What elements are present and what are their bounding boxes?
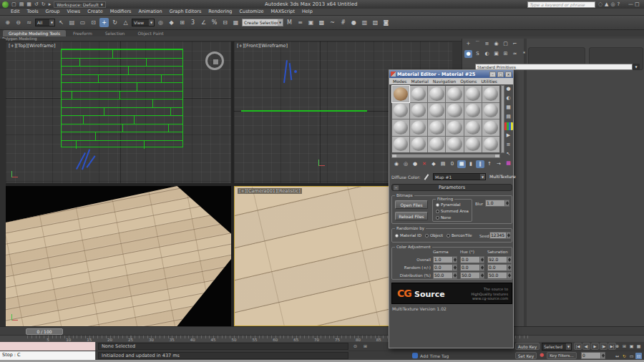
mat-menu-material[interactable]: Material: [409, 79, 430, 84]
distribution-hue-spinner[interactable]: 50.0: [460, 272, 484, 279]
ribbon-tab-graphite-modeling-tools[interactable]: Graphite Modeling Tools: [3, 30, 66, 36]
sample-slot[interactable]: [428, 137, 445, 153]
ribbon-tab-freeform[interactable]: Freeform: [67, 30, 98, 36]
layer-manager-icon[interactable]: ▣: [306, 18, 316, 27]
hierarchy-tab-icon[interactable]: ≡: [483, 40, 491, 48]
select-by-material-icon[interactable]: ↖: [504, 150, 513, 158]
save-file-icon[interactable]: ▦: [26, 1, 32, 8]
show-end-result-icon[interactable]: ▮: [467, 160, 475, 168]
viewport-perspective[interactable]: [6, 186, 231, 326]
randomize-object-radio[interactable]: Object: [425, 233, 443, 238]
undo-icon[interactable]: ↺: [34, 1, 39, 8]
bind-to-space-warp-icon[interactable]: ≈: [24, 18, 34, 27]
ribbon-toggle-icon[interactable]: ▩: [317, 18, 326, 27]
auto-key-button[interactable]: Auto Key: [515, 343, 540, 350]
backlight-icon[interactable]: ◐: [504, 94, 513, 102]
sample-slot[interactable]: [464, 103, 482, 119]
sample-slot[interactable]: [410, 137, 427, 153]
select-and-move-icon[interactable]: +: [99, 18, 109, 27]
sample-type-icon[interactable]: ●: [504, 85, 513, 93]
schematic-view-icon[interactable]: #: [338, 18, 348, 27]
select-and-scale-icon[interactable]: △: [121, 18, 130, 27]
motion-tab-icon[interactable]: ◉: [492, 40, 500, 48]
sample-slot[interactable]: [428, 86, 445, 102]
show-background-icon[interactable]: ‖: [476, 160, 484, 168]
filtering-none-radio[interactable]: None: [436, 215, 469, 220]
sample-slot[interactable]: [392, 103, 409, 119]
sample-slot[interactable]: [410, 119, 427, 136]
go-to-parent-icon[interactable]: ↑: [485, 160, 494, 168]
rectangular-selection-icon[interactable]: ▭: [78, 18, 87, 27]
restore-button[interactable]: □: [635, 1, 640, 8]
sample-slot[interactable]: [464, 119, 482, 136]
pan-icon[interactable]: ↔: [614, 353, 620, 359]
sample-slot[interactable]: [464, 137, 482, 153]
previous-frame-button[interactable]: ◀|: [582, 343, 590, 350]
dialog-minimize-button[interactable]: –: [489, 72, 496, 77]
align-icon[interactable]: ≡: [296, 18, 305, 27]
overall-gamma-spinner[interactable]: 1.0: [433, 256, 457, 263]
distribution-saturation-spinner[interactable]: 50.0: [487, 272, 512, 279]
select-object-icon[interactable]: ↖: [57, 18, 66, 27]
render-production-icon[interactable]: ◙: [381, 18, 391, 27]
mat-menu-navigation[interactable]: Navigation: [431, 79, 458, 84]
map-name-dropdown[interactable]: Map #1 ▼: [433, 173, 486, 180]
mat-menu-modes[interactable]: Modes: [391, 79, 409, 84]
macro-recorder-panel[interactable]: [0, 342, 96, 351]
sample-slot[interactable]: [446, 119, 463, 136]
map-type-button[interactable]: MultiTexture: [489, 173, 514, 180]
menu-animation[interactable]: Animation: [135, 9, 166, 15]
modify-tab-icon[interactable]: ⌒: [474, 40, 482, 48]
absolute-mode-icon[interactable]: ⊞: [364, 343, 367, 348]
ribbon-tab-selection[interactable]: Selection: [99, 30, 131, 36]
sample-tiling-icon[interactable]: ▤: [504, 113, 513, 121]
sample-slot[interactable]: [392, 119, 409, 136]
select-by-name-icon[interactable]: ▤: [67, 18, 77, 27]
app-logo-icon[interactable]: [2, 1, 9, 8]
create-tab-icon[interactable]: +: [464, 40, 472, 48]
cameras-icon[interactable]: ▣: [492, 50, 500, 58]
project-folder-icon[interactable]: ▸: [48, 1, 52, 8]
menu-views[interactable]: Views: [63, 9, 84, 15]
select-and-manipulate-icon[interactable]: ◆: [167, 18, 176, 27]
sample-slot[interactable]: [428, 103, 445, 119]
rendered-frame-window-icon[interactable]: ▧: [371, 18, 380, 27]
overall-saturation-spinner[interactable]: 92.0: [487, 256, 512, 263]
chevron-down-icon[interactable]: ▼: [633, 64, 640, 70]
selection-lock-icon[interactable]: ⊙: [353, 343, 357, 348]
menu-modifiers[interactable]: Modifiers: [107, 9, 135, 15]
selection-filter-dropdown[interactable]: All▼: [35, 19, 55, 26]
space-warps-icon[interactable]: ≈: [511, 50, 519, 58]
sample-slot[interactable]: [410, 86, 427, 102]
use-pivot-point-icon[interactable]: ◎: [156, 18, 165, 27]
play-button[interactable]: ▶: [591, 343, 599, 350]
material-editor-titlebar[interactable]: Material Editor - Material #25 – □ ✕: [389, 70, 513, 78]
slots-horizontal-scrollbar[interactable]: [391, 154, 500, 158]
mat-menu-options[interactable]: Options: [458, 79, 479, 84]
new-scene-icon[interactable]: ▢: [11, 1, 17, 8]
material-id-channel-icon[interactable]: 0: [448, 160, 457, 168]
mat-menu-utilities[interactable]: Utilities: [479, 79, 499, 84]
search-icon[interactable]: ◌: [598, 1, 602, 8]
frame-number-spinner[interactable]: 0: [581, 352, 605, 359]
set-key-button[interactable]: Set Key: [515, 352, 537, 359]
random-saturation-spinner[interactable]: 0.0: [487, 264, 512, 271]
menu-tools[interactable]: Tools: [24, 9, 42, 15]
dialog-close-button[interactable]: ✕: [505, 72, 512, 77]
add-time-tag[interactable]: Add Time Tag: [412, 353, 449, 358]
go-to-start-button[interactable]: |◀: [574, 343, 582, 350]
ribbon-tab-object-paint[interactable]: Object Paint: [132, 30, 169, 36]
dialog-maximize-button[interactable]: □: [497, 72, 504, 77]
shapes-icon[interactable]: S: [474, 50, 482, 58]
viewport-camera-label[interactable]: [+][Camera001][Realistic]: [238, 188, 302, 194]
helpers-icon[interactable]: ⊞: [502, 50, 509, 58]
sample-slot[interactable]: [392, 137, 409, 153]
lights-icon[interactable]: ◐: [483, 50, 491, 58]
sample-slot[interactable]: [410, 103, 427, 119]
material-editor-icon[interactable]: ●: [349, 18, 358, 27]
open-file-icon[interactable]: ▤: [19, 1, 25, 8]
show-map-in-viewport-icon[interactable]: ▦: [457, 160, 466, 168]
sample-slot[interactable]: [482, 137, 499, 153]
communication-center-icon[interactable]: ◎: [611, 1, 615, 8]
angle-snap-icon[interactable]: ∠: [199, 18, 208, 27]
